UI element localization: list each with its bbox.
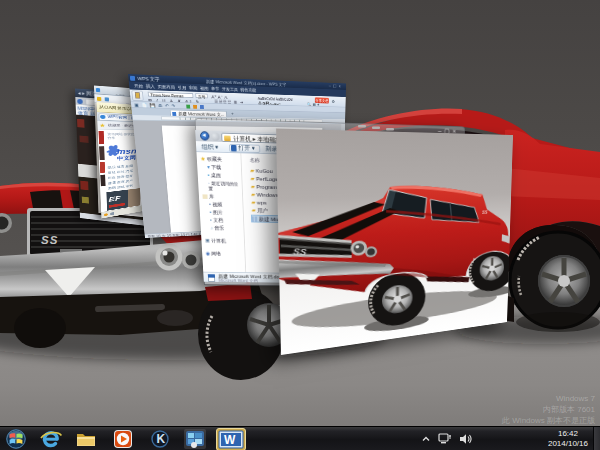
- svg-text:K: K: [156, 432, 165, 446]
- svg-text:W: W: [224, 433, 236, 447]
- svg-text:SS: SS: [41, 234, 58, 246]
- svg-text:中文网: 中文网: [117, 155, 136, 162]
- svg-text:SS: SS: [482, 210, 488, 215]
- svg-text:SS: SS: [292, 247, 307, 257]
